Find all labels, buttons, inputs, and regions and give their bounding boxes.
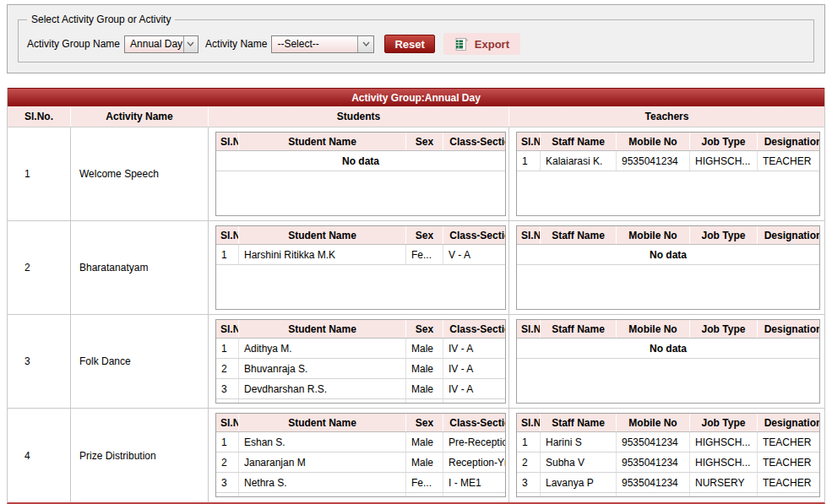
activity-name-select[interactable]: --Select--: [271, 35, 374, 53]
row-students-cell: Sl.NoStudent NameSexClass-Section1Eshan …: [209, 409, 509, 502]
teachers-column-header: Sl.No: [517, 226, 541, 244]
teachers-cell-designation: TEACHER: [758, 151, 820, 171]
teachers-grid-row[interactable]: 2Subha V9535041234HIGHSCH...TEACHER: [517, 453, 819, 473]
students-column-header: Student Name: [239, 414, 406, 431]
students-grid: Sl.NoStudent NameSexClass-SectionNo data: [215, 132, 506, 216]
excel-icon: [454, 37, 469, 51]
export-label: Export: [475, 38, 509, 51]
teachers-cell-name: Kalaiarasi K.: [541, 151, 617, 171]
activity-row: 4Prize DistributionSl.NoStudent NameSexC…: [8, 409, 824, 502]
teachers-column-header: Designation: [758, 320, 820, 338]
teachers-cell-mobile: 9535041234: [617, 151, 690, 171]
page: Select Activity Group or Activity Activi…: [0, 0, 832, 504]
export-button[interactable]: Export: [443, 33, 520, 55]
students-grid-row[interactable]: 1Adithya M.MaleIV - A: [216, 339, 505, 359]
filter-row: Activity Group Name Annual Day Activity …: [25, 33, 807, 55]
row-activity-name: Bharatanatyam: [71, 221, 209, 314]
teachers-cell-mobile: 9535041234: [617, 432, 690, 452]
row-teachers-cell: Sl.NoStaff NameMobile NoJob TypeDesignat…: [509, 409, 824, 502]
teachers-grid-row[interactable]: 1Harini S9535041234HIGHSCH...TEACHER: [517, 432, 819, 453]
reset-button[interactable]: Reset: [384, 35, 434, 53]
teachers-column-header: Designation: [758, 226, 820, 244]
row-students-cell: Sl.NoStudent NameSexClass-Section1Adithy…: [209, 315, 509, 408]
teachers-column-header: Mobile No: [617, 226, 690, 244]
activity-group-table: Activity Group:Annual Day Sl.No. Activit…: [7, 88, 825, 504]
teachers-grid-header: Sl.NoStaff NameMobile NoJob TypeDesignat…: [517, 414, 819, 432]
students-column-header: Sl.No: [216, 133, 239, 150]
students-column-header: Class-Section: [443, 226, 506, 244]
students-grid-header: Sl.NoStudent NameSexClass-Section: [216, 414, 505, 432]
teachers-column-header: Designation: [758, 133, 820, 150]
students-cell-sex: Fe...: [406, 473, 443, 492]
row-slno: 1: [8, 127, 71, 220]
teachers-cell-name: Lavanya P: [541, 473, 617, 492]
row-teachers-cell: Sl.NoStaff NameMobile NoJob TypeDesignat…: [509, 127, 824, 220]
students-grid-row[interactable]: 3Nethra S.Fe...I - ME1: [216, 473, 505, 493]
students-column-header: Sex: [406, 133, 443, 150]
activity-row: 1Welcome SpeechSl.NoStudent NameSexClass…: [8, 127, 824, 221]
students-cell-class: Pre-Receptio: [443, 432, 506, 452]
teachers-cell-slno: 1: [517, 432, 541, 452]
students-column-header: Student Name: [239, 226, 406, 244]
students-cell-empty: [406, 493, 443, 497]
row-slno: 3: [8, 315, 71, 408]
students-column-header: Sex: [406, 226, 443, 244]
students-cell-sex: Male: [406, 339, 443, 358]
activity-row: 3Folk DanceSl.NoStudent NameSexClass-Sec…: [8, 315, 824, 409]
students-column-header: Class-Section: [443, 414, 506, 431]
chevron-down-icon: [357, 36, 373, 52]
students-cell-class: IV - A: [443, 339, 506, 358]
students-cell-class: I - ME1: [443, 473, 506, 492]
no-data-label: No data: [517, 339, 819, 359]
students-column-header: Class-Section: [443, 320, 506, 338]
activity-group-select[interactable]: Annual Day: [124, 35, 198, 53]
teachers-grid: Sl.NoStaff NameMobile NoJob TypeDesignat…: [516, 132, 820, 216]
students-cell-empty: [216, 399, 239, 404]
table-header-row: Sl.No. Activity Name Students Teachers: [8, 106, 824, 127]
teachers-grid-header: Sl.NoStaff NameMobile NoJob TypeDesignat…: [517, 226, 819, 245]
students-grid: Sl.NoStudent NameSexClass-Section1Harshi…: [215, 225, 506, 310]
teachers-column-header: Job Type: [690, 320, 758, 338]
teachers-grid-row-partial: [517, 493, 819, 497]
students-grid-row[interactable]: 3Devdharshan R.S.MaleIV - A: [216, 379, 505, 399]
students-column-header: Student Name: [239, 320, 406, 338]
teachers-cell-designation: TEACHER: [758, 432, 820, 452]
teachers-cell-job: HIGHSCH...: [690, 453, 758, 472]
filter-panel: Select Activity Group or Activity Activi…: [7, 4, 825, 73]
filter-legend: Select Activity Group or Activity: [27, 14, 175, 25]
teachers-grid: Sl.NoStaff NameMobile NoJob TypeDesignat…: [516, 319, 820, 404]
row-activity-name: Welcome Speech: [71, 127, 209, 220]
row-teachers-cell: Sl.NoStaff NameMobile NoJob TypeDesignat…: [509, 315, 824, 408]
teachers-grid-row[interactable]: 1Kalaiarasi K.9535041234HIGHSCH...TEACHE…: [517, 151, 819, 171]
teachers-cell-mobile: 9535041234: [617, 453, 690, 472]
students-cell-sex: Fe...: [406, 245, 443, 264]
students-grid-row[interactable]: 2Janaranjan MMaleReception-Yr: [216, 453, 505, 473]
students-grid-row[interactable]: 2Bhuvanraja S.MaleIV - A: [216, 359, 505, 379]
students-cell-slno: 1: [216, 339, 239, 358]
row-slno: 2: [8, 221, 71, 314]
teachers-column-header: Staff Name: [541, 320, 617, 338]
teachers-cell-empty: [690, 493, 758, 497]
teachers-grid-header: Sl.NoStaff NameMobile NoJob TypeDesignat…: [517, 133, 819, 151]
students-cell-class: V - A: [443, 245, 506, 264]
teachers-column-header: Sl.No: [517, 133, 541, 150]
students-cell-empty: [443, 493, 506, 497]
students-grid-row[interactable]: 1Harshini Ritikka M.KFe...V - A: [216, 245, 505, 265]
teachers-cell-job: HIGHSCH...: [690, 151, 758, 171]
students-cell-sex: Male: [406, 379, 443, 398]
teachers-grid-row[interactable]: 3Lavanya P9535041234NURSERYTEACHER: [517, 473, 819, 493]
students-column-header: Sex: [406, 414, 443, 431]
activity-name-selected-value: --Select--: [272, 36, 357, 52]
teachers-cell-job: HIGHSCH...: [690, 432, 758, 452]
students-cell-empty: [239, 493, 406, 497]
teachers-cell-empty: [517, 493, 541, 497]
students-cell-empty: [239, 399, 406, 404]
students-cell-sex: Male: [406, 359, 443, 378]
row-activity-name: Folk Dance: [71, 315, 209, 408]
students-cell-class: IV - A: [443, 379, 506, 398]
activity-name-label: Activity Name: [205, 38, 267, 50]
teachers-grid-header: Sl.NoStaff NameMobile NoJob TypeDesignat…: [517, 320, 819, 339]
row-activity-name: Prize Distribution: [71, 409, 209, 502]
teachers-column-header: Staff Name: [541, 226, 617, 244]
students-grid-row[interactable]: 1Eshan S.MalePre-Receptio: [216, 432, 505, 453]
